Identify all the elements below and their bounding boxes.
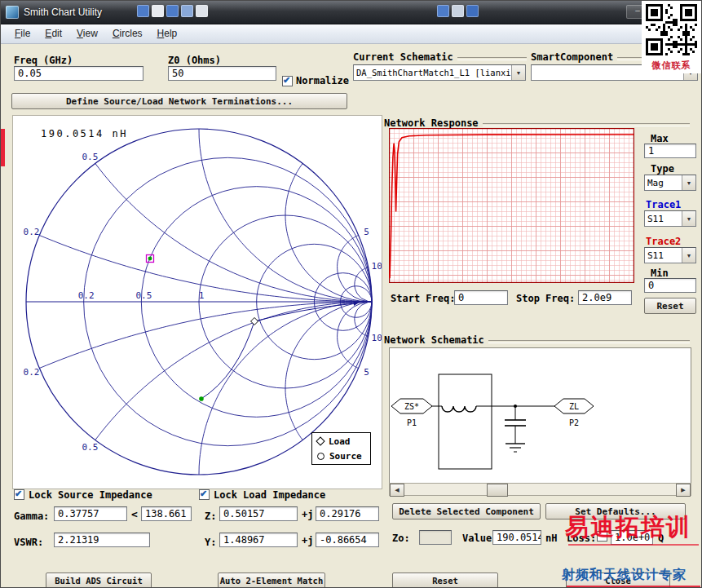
max-input[interactable]: 1	[644, 144, 696, 158]
max-label: Max	[651, 133, 669, 144]
min-label: Min	[651, 267, 669, 279]
trace2-dropdown[interactable]: S11 ▼	[644, 247, 696, 263]
build-ads-circuit-button[interactable]: Build ADS Circuit	[46, 573, 152, 588]
svg-text:0.5: 0.5	[82, 152, 99, 162]
network-schematic-canvas[interactable]: ZS* P1 ZL P2	[389, 347, 691, 484]
app-icon	[6, 6, 19, 19]
y-imag-input[interactable]: -0.86654	[316, 533, 379, 547]
z-imag-input[interactable]: 0.29176	[316, 506, 379, 521]
source-marker-icon	[317, 453, 325, 460]
y-label: Y:	[205, 537, 216, 548]
menu-item-view[interactable]: View	[69, 25, 105, 42]
angle-symbol: <	[131, 508, 138, 520]
network-schematic-caption: Network Schematic	[384, 334, 690, 346]
ime-icon[interactable]	[466, 5, 479, 17]
chevron-down-icon[interactable]: ▼	[682, 211, 695, 226]
response-reset-button[interactable]: Reset	[644, 298, 696, 314]
freq-label: Freq (GHz)	[14, 55, 73, 66]
inductor-symbol[interactable]	[442, 406, 476, 412]
freq-input[interactable]: 0.05	[14, 66, 143, 81]
taskbar-icon[interactable]	[181, 5, 193, 17]
chevron-down-icon[interactable]: ▼	[682, 248, 695, 263]
value-input[interactable]: 190.0514	[492, 530, 541, 545]
z-real-input[interactable]: 0.50157	[219, 506, 298, 521]
z0-input[interactable]: 50	[168, 66, 276, 81]
min-input[interactable]: 0	[644, 278, 696, 293]
trace2-label: Trace2	[646, 236, 681, 247]
lock-source-checkbox[interactable]	[14, 489, 24, 500]
lock-source-label: Lock Source Impedance	[29, 489, 152, 501]
load-port-label: ZL	[569, 402, 579, 411]
value-unit-label: nH	[545, 533, 557, 544]
normalize-checkbox[interactable]	[282, 76, 293, 86]
smith-chart-utility-window: Smith Chart Utility ─ ❐ ✕ File Edit View…	[0, 0, 702, 588]
type-dropdown[interactable]: Mag ▼	[644, 175, 696, 191]
current-schematic-dropdown[interactable]: DA_SmithChartMatch1_L1 [lianxi1 ▼	[353, 64, 526, 81]
network-response-plot	[389, 128, 634, 283]
scroll-right-icon[interactable]: ▶	[676, 484, 691, 497]
plus-j-symbol: +j	[302, 535, 313, 546]
ime-icon[interactable]	[452, 5, 464, 17]
y-real-input[interactable]: 1.48967	[219, 533, 298, 547]
scroll-left-icon[interactable]: ◀	[390, 484, 404, 497]
tray-icon-group	[137, 5, 208, 17]
wechat-label: 微信联系	[642, 60, 701, 72]
type-label: Type	[651, 163, 674, 175]
current-schematic-caption: Current Schematic	[353, 51, 527, 63]
zo-label: Zo:	[392, 533, 410, 544]
taskbar-icon[interactable]	[196, 5, 208, 17]
reset-button[interactable]: Reset	[392, 573, 498, 588]
selection-box	[439, 374, 492, 469]
network-response-caption: Network Response	[384, 117, 690, 129]
ime-icon-group	[437, 5, 479, 17]
menu-item-edit[interactable]: Edit	[38, 25, 69, 42]
zo-input[interactable]	[419, 530, 452, 545]
watermark-tagline: 射频和天线设计专家	[562, 567, 687, 584]
plus-j-symbol: +j	[302, 509, 313, 520]
svg-text:1: 1	[199, 290, 205, 301]
taskbar-icon[interactable]	[152, 5, 164, 17]
svg-text:10: 10	[372, 261, 382, 272]
svg-text:0.2: 0.2	[24, 367, 40, 378]
chevron-down-icon[interactable]: ▼	[511, 65, 525, 80]
trace1-dropdown[interactable]: S11 ▼	[644, 210, 696, 227]
menu-item-file[interactable]: File	[7, 25, 38, 42]
legend-source-label: Source	[329, 451, 362, 462]
stop-freq-label: Stop Freq:	[516, 293, 575, 304]
qr-code: 微信联系	[642, 1, 701, 73]
lock-load-checkbox[interactable]	[199, 489, 210, 500]
svg-text:10: 10	[372, 333, 382, 343]
gamma-angle-input[interactable]: 138.661	[141, 506, 192, 521]
define-terminations-button[interactable]: Define Source/Load Network Terminations.…	[11, 93, 347, 109]
menu-bar: File Edit View Circles Help	[1, 24, 701, 44]
menu-item-circles[interactable]: Circles	[105, 25, 150, 42]
ime-icon[interactable]	[437, 5, 449, 17]
svg-text:5: 5	[364, 227, 369, 237]
menu-item-help[interactable]: Help	[150, 25, 185, 42]
gamma-mag-input[interactable]: 0.37757	[54, 506, 127, 521]
svg-text:0.2: 0.2	[78, 290, 95, 301]
start-freq-input[interactable]: 0	[454, 290, 508, 305]
svg-text:5: 5	[364, 367, 369, 378]
normalize-label: Normalize	[296, 75, 349, 86]
load-port-name: P2	[569, 418, 579, 427]
trace1-label: Trace1	[646, 199, 681, 210]
vswr-input[interactable]: 2.21319	[54, 533, 150, 547]
lock-load-label: Lock Load Impedance	[214, 489, 325, 501]
title-bar[interactable]: Smith Chart Utility ─ ❐ ✕	[1, 1, 701, 24]
scrollbar-thumb[interactable]	[487, 484, 508, 497]
chevron-down-icon[interactable]: ▼	[682, 175, 695, 190]
stop-freq-input[interactable]: 2.0e9	[578, 290, 632, 305]
load-marker-icon	[316, 436, 325, 445]
taskbar-icon[interactable]	[137, 5, 149, 17]
delete-component-button[interactable]: Delete Selected Component	[392, 503, 541, 519]
watermark-fragment	[1, 129, 5, 166]
watermark-underline	[568, 544, 699, 546]
capacitor-symbol[interactable]	[505, 420, 526, 426]
source-port-name: P1	[407, 418, 417, 427]
schematic-scrollbar[interactable]: ◀ ▶	[389, 483, 691, 496]
taskbar-icon[interactable]	[166, 5, 179, 17]
vswr-label: VSWR:	[14, 537, 43, 548]
gamma-label: Gamma:	[14, 511, 49, 522]
auto-match-button[interactable]: Auto 2-Element Match	[218, 573, 325, 588]
